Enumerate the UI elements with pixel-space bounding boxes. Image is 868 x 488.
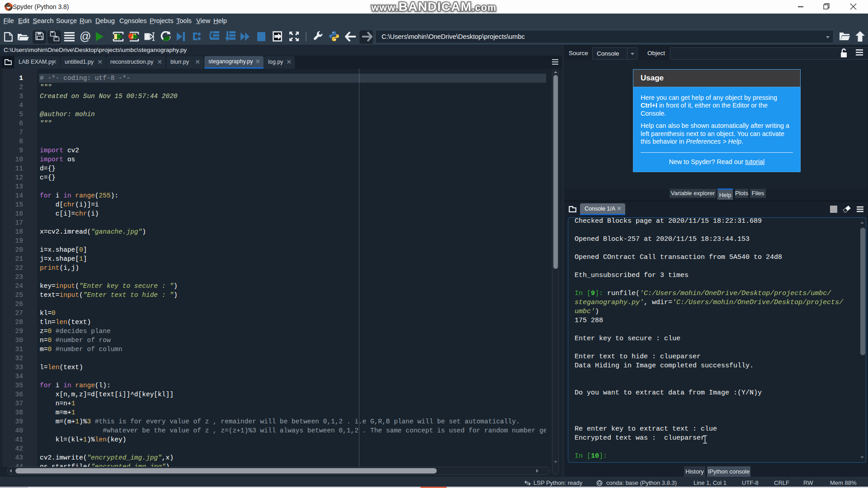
svg-text:www.BANDICAM.com: www.BANDICAM.com (371, 0, 496, 14)
